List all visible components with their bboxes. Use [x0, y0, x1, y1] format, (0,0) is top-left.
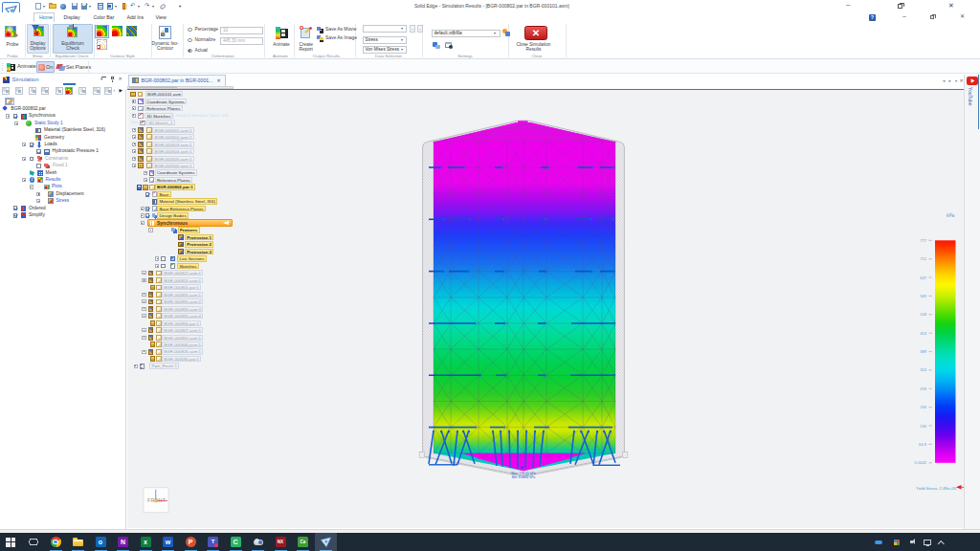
svg-text:194: 194 — [920, 405, 927, 409]
svg-text:kPa: kPa — [947, 213, 955, 218]
svg-text:583: 583 — [920, 294, 927, 298]
svg-text:777: 777 — [920, 238, 927, 243]
svg-text:259: 259 — [920, 386, 927, 391]
svg-text:Min: 0.0042 kPa: Min: 0.0042 kPa — [512, 475, 536, 479]
svg-text:Yield Stress: 2.48e+05: Yield Stress: 2.48e+05 — [916, 486, 957, 491]
svg-text:518: 518 — [920, 313, 927, 318]
svg-text:647: 647 — [920, 276, 927, 280]
svg-text:453: 453 — [920, 331, 927, 336]
svg-text:64.8: 64.8 — [919, 442, 927, 447]
svg-text:130: 130 — [920, 424, 927, 429]
svg-text:324: 324 — [920, 368, 927, 373]
svg-text:389: 389 — [920, 349, 927, 354]
svg-text:0.0042: 0.0042 — [914, 461, 926, 466]
svg-text:712: 712 — [920, 256, 927, 261]
